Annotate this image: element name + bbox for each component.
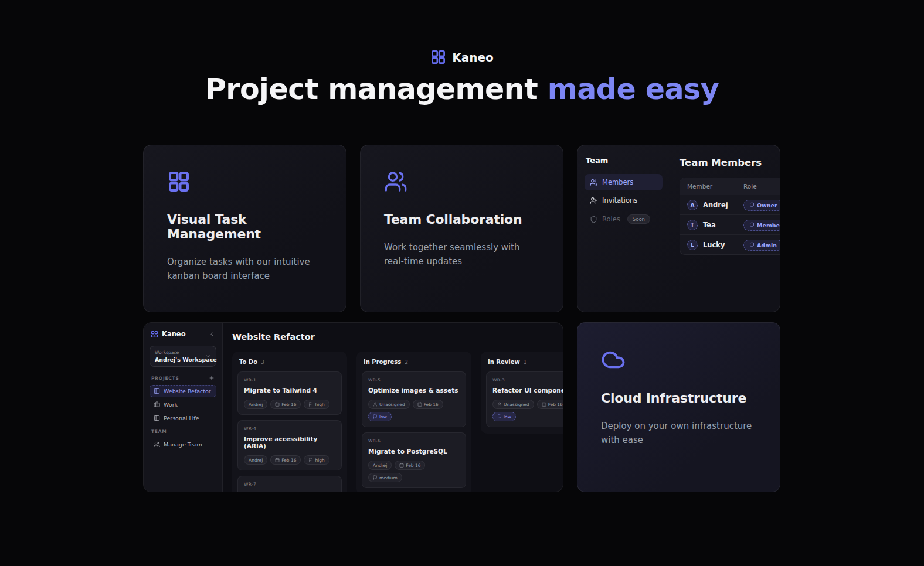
task-id: WR-4 <box>244 426 335 431</box>
users-icon <box>154 441 160 448</box>
user-plus-icon <box>590 197 597 204</box>
kanban-board: Website Refactor To Do 3 WR-1 Migrate to… <box>223 323 563 492</box>
role-badge: Owner <box>743 200 780 211</box>
table-row: T Tea Member <box>680 214 780 234</box>
flag-icon <box>373 414 378 419</box>
priority-badge: low <box>368 412 392 421</box>
calendar-icon <box>275 458 280 462</box>
team-nav-item-members[interactable]: Members <box>585 174 663 190</box>
sidebar-item-work[interactable]: Work <box>150 398 216 411</box>
kanban-board-mockup: Kaneo Workspace Andrej's Workspace PROJE… <box>143 322 563 492</box>
date-badge: Feb 16 <box>537 400 563 409</box>
feature-title: Team Collaboration <box>384 212 539 227</box>
role-badge: Admin <box>743 240 780 251</box>
sidebar-brand: Kaneo <box>150 329 216 345</box>
assignee-badge: Unassigned <box>368 400 410 409</box>
nav-item-label: Members <box>602 178 633 186</box>
task-card[interactable]: WR-6 Migrate to PostgreSQL Andrej Feb 16… <box>362 432 466 488</box>
task-title: Improve accessibility (ARIA) <box>244 435 335 449</box>
date-badge: Feb 16 <box>270 400 301 409</box>
flag-icon <box>373 475 378 480</box>
avatar: T <box>687 220 698 230</box>
workspace-name: Andrej's Workspace <box>155 356 205 363</box>
page-title: Project management made easy <box>0 73 924 106</box>
shield-icon <box>749 242 755 248</box>
member-name: Lucky <box>703 241 725 249</box>
project-label: Website Refactor <box>164 388 211 394</box>
projects-section-header: PROJECTS <box>150 375 216 381</box>
column-count: 3 <box>261 359 264 365</box>
project-label: Personal Life <box>164 415 199 421</box>
soon-badge: Soon <box>627 214 650 224</box>
grid-icon <box>167 170 322 196</box>
date-badge: Feb 16 <box>413 400 443 409</box>
column-in-review: In Review 1 WR-3 Refactor UI components … <box>481 352 563 434</box>
collapse-sidebar-button[interactable] <box>209 331 215 337</box>
column-header-member: Member <box>687 183 743 190</box>
team-nav-title: Team <box>586 156 661 165</box>
panel-layout-icon <box>154 415 160 421</box>
assignee-badge: Andrej <box>368 461 392 470</box>
add-task-button[interactable] <box>458 359 464 365</box>
users-icon <box>384 170 539 196</box>
feature-title: Cloud Infrastructure <box>601 391 756 405</box>
assignee-badge: Andrej <box>244 455 267 465</box>
task-title: Refactor UI components <box>492 387 563 394</box>
table-row: L Lucky Admin <box>680 234 780 254</box>
feature-description: Deploy on your own infrastructure with e… <box>601 420 756 447</box>
brand-lockup: Kaneo <box>430 49 494 65</box>
avatar: L <box>687 240 698 250</box>
team-members-title: Team Members <box>680 157 780 168</box>
sidebar-item-personal-life[interactable]: Personal Life <box>150 412 216 424</box>
task-title: Migrate to PostgreSQL <box>368 448 460 455</box>
kaneo-logo-icon <box>430 49 446 65</box>
flag-icon <box>308 402 313 407</box>
calendar-icon <box>399 463 404 468</box>
column-count: 1 <box>524 359 527 365</box>
team-item-label: Manage Team <box>164 441 202 448</box>
task-card[interactable]: WR-4 Improve accessibility (ARIA) Andrej… <box>237 420 342 470</box>
calendar-icon <box>275 402 280 407</box>
task-id: WR-1 <box>244 377 335 383</box>
workspace-selector[interactable]: Workspace Andrej's Workspace <box>150 346 216 367</box>
member-name: Andrej <box>703 201 728 209</box>
assignee-badge: Andrej <box>244 400 267 409</box>
team-nav-item-roles: Roles Soon <box>585 210 663 228</box>
task-id: WR-6 <box>368 438 460 444</box>
column-name: In Review <box>488 359 520 365</box>
table-header: Member Role <box>680 178 780 195</box>
calendar-icon <box>542 402 546 407</box>
column-in-progress: In Progress 2 WR-5 Optimize images & ass… <box>356 352 471 492</box>
task-card[interactable]: WR-1 Migrate to Tailwind 4 Andrej Feb 16… <box>237 371 342 415</box>
feature-description: Organize tasks with our intuitive kanban… <box>167 255 322 283</box>
title-accent: made easy <box>548 73 719 106</box>
team-members-panel: Team Members Member Role A Andrej Owner … <box>670 145 780 312</box>
feature-description: Work together seamlessly with real-time … <box>384 241 539 268</box>
sidebar-item-manage-team[interactable]: Manage Team <box>150 438 216 451</box>
task-title: Migrate to Tailwind 4 <box>244 387 335 394</box>
feature-card-cloud-infrastructure: Cloud Infrastructure Deploy on your own … <box>577 322 780 492</box>
shield-icon <box>749 222 755 229</box>
flag-icon <box>308 458 313 462</box>
column-count: 2 <box>405 359 408 365</box>
nav-item-label: Roles <box>602 215 620 223</box>
feature-title: Visual Task Management <box>167 212 322 241</box>
add-task-button[interactable] <box>334 359 340 365</box>
project-label: Work <box>164 401 178 408</box>
shield-icon <box>590 216 597 223</box>
task-id: WR-5 <box>368 377 460 383</box>
sidebar-item-website-refactor[interactable]: Website Refactor <box>150 385 216 397</box>
panel-layout-icon <box>154 388 160 394</box>
column-name: In Progress <box>364 359 401 365</box>
calendar-icon <box>417 402 422 407</box>
priority-badge: high <box>304 455 329 465</box>
add-project-button[interactable] <box>209 375 215 381</box>
role-badge: Member <box>743 220 780 231</box>
date-badge: Feb 16 <box>395 461 425 470</box>
task-card[interactable]: WR-5 Optimize images & assets Unassigned… <box>362 371 466 427</box>
priority-badge: high <box>304 400 329 409</box>
task-card[interactable]: WR-7 Implement authentication flow Unass… <box>237 476 342 492</box>
team-nav-item-invitations[interactable]: Invitations <box>585 192 663 209</box>
priority-badge: low <box>492 412 516 421</box>
task-card[interactable]: WR-3 Refactor UI components Unassigned F… <box>486 371 563 427</box>
